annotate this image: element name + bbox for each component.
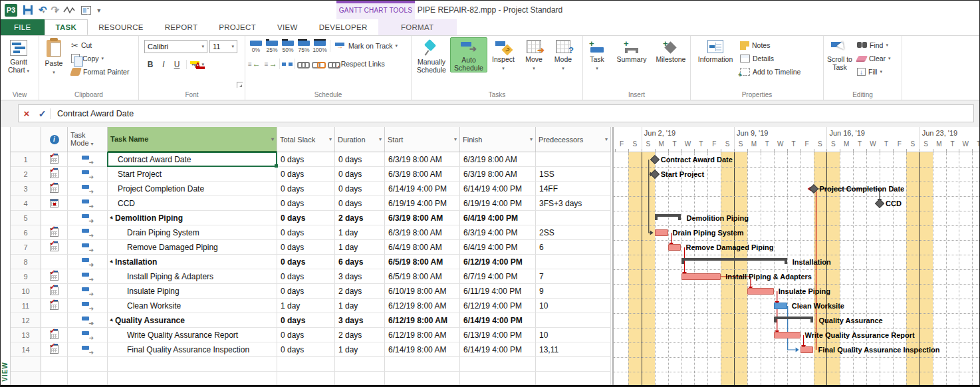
cell-start[interactable]: 6/14/19 4:00 PM [385,182,460,196]
cell-finish[interactable] [460,357,536,372]
cell-duration[interactable]: 3 days [335,269,385,284]
cell-duration[interactable]: 1 day [335,240,385,255]
cell-duration[interactable]: 2 days [335,284,385,299]
auto-schedule-button[interactable]: Auto Schedule [450,37,487,72]
cell-slack[interactable]: 0 days [277,328,335,342]
cell-duration[interactable]: 1 day [335,342,385,357]
critical-task-bar[interactable] [747,288,774,295]
cell-info[interactable]: ✓ [41,342,68,357]
cell-pred[interactable] [536,211,611,225]
indent-task-icon[interactable]: → [265,59,277,68]
cell-finish[interactable]: 6/14/19 4:00 PM [460,182,536,196]
cell-mode[interactable] [68,342,108,357]
font-dialog-launcher[interactable] [237,82,243,88]
cancel-entry-icon[interactable]: × [19,108,35,119]
cell-start[interactable]: 6/12/19 8:00 AM [385,328,460,342]
cell-mode[interactable] [68,211,108,225]
mode-button[interactable]: ? Mode▾ [549,37,578,72]
cell-start[interactable]: 6/5/19 8:00 AM [385,255,460,269]
cell-duration[interactable]: 3 days [335,313,385,328]
cell-slack[interactable]: 0 days [277,342,335,357]
cell-pred[interactable]: 7 [536,269,611,284]
cell-finish[interactable] [460,372,536,385]
inspect-button[interactable]: Inspect▾ [487,37,519,72]
cell-name[interactable]: CCD [108,196,277,211]
tab-resource[interactable]: RESOURCE [88,19,154,35]
cell-slack[interactable]: 1 day [277,299,335,313]
cell-slack[interactable]: 0 days [277,313,335,328]
percent-complete-50[interactable]: 50% [280,39,296,53]
cell-mode[interactable] [68,196,108,211]
percent-complete-25[interactable]: 25% [264,39,280,53]
cell-info[interactable]: ✓ [41,167,68,182]
cell-info[interactable]: ✓ [41,240,68,255]
cell-pred[interactable] [536,255,611,269]
cell-slack[interactable]: 0 days [277,269,335,284]
cell-start[interactable]: 6/5/19 8:00 AM [385,269,460,284]
cell-finish[interactable]: 6/7/19 4:00 PM [460,269,536,284]
cell-slack[interactable]: 0 days [277,240,335,255]
row-number[interactable]: 6 [11,225,41,240]
row-number[interactable]: 11 [11,299,41,313]
cell-name[interactable]: Contract Award Date [108,152,277,167]
tab-report[interactable]: REPORT [154,19,209,35]
row-number[interactable]: 1 [11,152,41,167]
critical-task-bar[interactable] [800,346,814,353]
cell-mode[interactable] [68,152,108,167]
cell-duration[interactable]: 0 days [335,196,385,211]
cell-finish[interactable]: 6/19/19 4:00 PM [460,196,536,211]
row-number[interactable]: 13 [11,328,41,342]
cell-slack[interactable]: 0 days [277,284,335,299]
cell-start[interactable]: 6/12/19 8:00 AM [385,299,460,313]
cell-start[interactable]: 6/3/19 8:00 AM [385,167,460,182]
cell-mode[interactable] [68,240,108,255]
unlink-tasks-icon[interactable] [312,61,322,67]
cell-slack[interactable]: 0 days [277,167,335,182]
cell-start[interactable]: 6/10/19 8:00 AM [385,284,460,299]
row-number[interactable] [11,357,41,372]
cell-mode[interactable] [68,167,108,182]
paste-button[interactable]: Paste▾ [39,37,68,76]
cell-info[interactable] [41,372,68,385]
cell-start[interactable]: 6/4/19 8:00 AM [385,240,460,255]
cell-finish[interactable]: 6/3/19 8:00 AM [460,152,536,167]
cell-info[interactable]: ✓ [41,328,68,342]
cell-duration[interactable]: 2 days [335,211,385,225]
cell-pred[interactable]: 13,11 [536,342,611,357]
cell-finish[interactable]: 6/3/19 4:00 PM [460,225,536,240]
cell-pred[interactable] [536,313,611,328]
insert-task-button[interactable]: + Task▾ [583,37,611,72]
font-size-combobox[interactable]: 11▾ [209,40,237,53]
entry-field[interactable]: Contract Award Date [51,109,134,118]
cell-duration[interactable]: 6 days [335,255,385,269]
clear-button[interactable]: Clear▾ [854,52,894,65]
details-button[interactable]: Details [737,52,803,65]
cell-slack[interactable]: 0 days [277,196,335,211]
cell-pred[interactable] [536,152,611,167]
cell-finish[interactable]: 6/3/19 8:00 AM [460,167,536,182]
tab-format[interactable]: FORMAT [378,19,457,35]
collapse-triangle-icon[interactable]: ▾ [108,215,114,221]
row-number[interactable]: 4 [11,196,41,211]
notes-button[interactable]: Notes [737,39,803,52]
cell-start[interactable] [385,372,460,385]
tab-developer[interactable]: DEVELOPER [308,19,378,35]
mark-on-track-button[interactable]: Mark on Track▾ [332,39,400,53]
percent-complete-0[interactable]: 0% [248,39,264,53]
cell-pred[interactable]: 2SS [536,225,611,240]
cell-pred[interactable] [536,372,611,385]
header-dropdown-icon[interactable]: ▾ [454,136,457,142]
format-painter-button[interactable]: Format Painter [68,65,132,78]
summary-bar[interactable] [681,258,787,261]
timescale-header[interactable]: Jun 2, '19Jun 9, '19Jun 16, '19Jun 23, '… [614,127,979,152]
cell-slack[interactable]: 0 days [277,255,335,269]
column-header-pred[interactable]: Predecessors▾ [536,127,611,152]
cell-start[interactable]: 6/12/19 8:00 AM [385,313,460,328]
cell-pred[interactable]: 10 [536,299,611,313]
cell-name[interactable]: Drain Piping System [108,225,277,240]
cell-duration[interactable]: 0 days [335,182,385,196]
cell-mode[interactable] [68,372,108,385]
manually-schedule-button[interactable]: Manually Schedule [413,37,450,74]
cell-pred[interactable]: 14FF [536,182,611,196]
fill-button[interactable]: ↓Fill▾ [854,65,894,78]
